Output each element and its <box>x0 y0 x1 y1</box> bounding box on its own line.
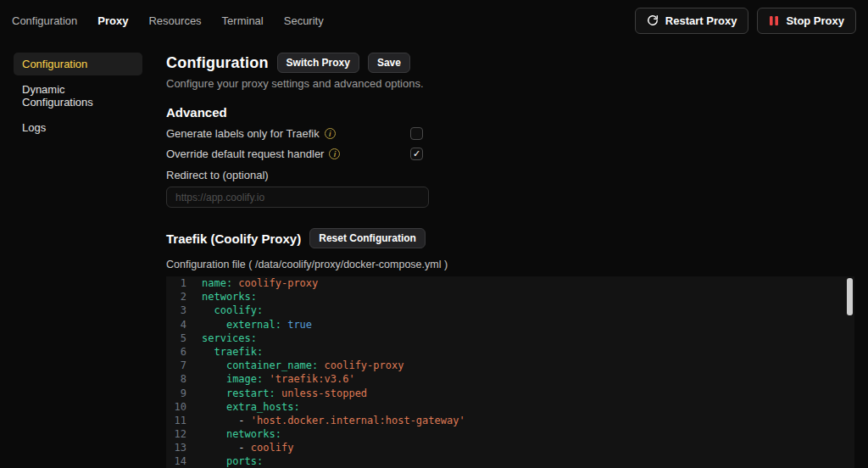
switch-proxy-button[interactable]: Switch Proxy <box>277 53 359 73</box>
setting-row-override-handler: Override default request handler <box>166 148 854 160</box>
code-line[interactable]: 8 image: 'traefik:v3.6' <box>166 372 854 386</box>
config-editor[interactable]: 1name: coolify-proxy2networks:3 coolify:… <box>166 276 854 468</box>
top-nav-terminal[interactable]: Terminal <box>222 14 264 27</box>
coolify-proxy-page: Configuration Proxy Resources Terminal S… <box>0 0 868 468</box>
line-number: 7 <box>166 359 186 372</box>
code-token: external: <box>226 318 281 332</box>
line-number: 2 <box>166 290 186 304</box>
code-token: 'host.docker.internal:host-gateway' <box>251 414 465 427</box>
code-token: networks: <box>202 290 257 304</box>
code-token <box>202 372 226 386</box>
code-token: - <box>202 414 251 427</box>
line-number: 1 <box>166 276 186 290</box>
line-number: 8 <box>166 372 186 386</box>
top-nav: Configuration Proxy Resources Terminal S… <box>0 0 868 41</box>
page-subtitle: Configure your proxy settings and advanc… <box>166 77 854 90</box>
code-line[interactable]: 13 - coolify <box>166 441 854 454</box>
code-token: unless-stopped <box>281 387 367 400</box>
sidebar-item-configuration[interactable]: Configuration <box>14 53 142 75</box>
sidebar-item-logs[interactable]: Logs <box>14 116 142 139</box>
line-number: 10 <box>166 400 186 414</box>
code-line[interactable]: 10 extra_hosts: <box>166 400 854 414</box>
code-token: extra_hosts: <box>226 400 300 414</box>
stop-icon <box>769 15 779 26</box>
restart-proxy-button[interactable]: Restart Proxy <box>635 8 749 34</box>
code-token: coolify: <box>214 304 263 317</box>
code-token: networks: <box>226 427 281 441</box>
code-token <box>202 454 226 468</box>
code-token <box>275 387 281 400</box>
setting-label-generate-labels: Generate labels only for Traefik <box>166 127 410 140</box>
code-lines: 1name: coolify-proxy2networks:3 coolify:… <box>166 276 854 468</box>
top-nav-actions: Restart Proxy Stop Proxy <box>635 8 856 34</box>
code-token <box>202 345 214 359</box>
title-row: Configuration Switch Proxy Save <box>166 53 854 73</box>
line-number: 11 <box>166 414 186 427</box>
editor-scrollbar-thumb[interactable] <box>847 278 853 315</box>
code-token <box>281 318 287 332</box>
code-line[interactable]: 4 external: true <box>166 318 854 332</box>
code-token <box>202 304 214 317</box>
top-nav-configuration[interactable]: Configuration <box>12 14 77 27</box>
code-token: image: <box>226 372 263 386</box>
line-number: 12 <box>166 427 186 441</box>
info-icon[interactable] <box>329 148 340 159</box>
code-line[interactable]: 2networks: <box>166 290 854 304</box>
line-number: 13 <box>166 441 186 454</box>
line-number: 5 <box>166 332 186 345</box>
stop-proxy-label: Stop Proxy <box>786 14 844 27</box>
code-token <box>202 387 226 400</box>
code-token: services: <box>202 332 257 345</box>
code-token: ports: <box>226 454 263 468</box>
save-button[interactable]: Save <box>368 53 410 73</box>
setting-text: Override default request handler <box>166 148 324 160</box>
line-number: 14 <box>166 454 186 468</box>
stop-proxy-button[interactable]: Stop Proxy <box>757 8 856 34</box>
code-token: true <box>287 318 312 332</box>
code-line[interactable]: 9 restart: unless-stopped <box>166 387 854 400</box>
code-line[interactable]: 12 networks: <box>166 427 854 441</box>
top-nav-proxy[interactable]: Proxy <box>97 14 128 27</box>
generate-labels-checkbox[interactable] <box>410 127 423 140</box>
code-line[interactable]: 11 - 'host.docker.internal:host-gateway' <box>166 414 854 427</box>
setting-label-override-handler: Override default request handler <box>166 148 410 160</box>
main-content: Configuration Switch Proxy Save Configur… <box>166 53 854 468</box>
line-number: 6 <box>166 345 186 359</box>
code-token: traefik: <box>214 345 263 359</box>
sidebar-item-dynamic-configurations[interactable]: Dynamic Configurations <box>14 78 142 114</box>
code-token: restart: <box>226 387 275 400</box>
code-token <box>318 359 324 372</box>
redirect-label: Redirect to (optional) <box>166 169 854 181</box>
advanced-heading: Advanced <box>166 105 854 120</box>
code-line[interactable]: 3 coolify: <box>166 304 854 317</box>
sidebar: Configuration Dynamic Configurations Log… <box>14 53 142 139</box>
restart-icon <box>647 14 659 26</box>
code-token: coolify <box>251 441 294 454</box>
code-token: coolify-proxy <box>238 276 318 290</box>
code-token: 'traefik:v3.6' <box>270 372 355 386</box>
info-icon[interactable] <box>325 128 336 139</box>
page-title: Configuration <box>166 54 269 72</box>
reset-configuration-button[interactable]: Reset Configuration <box>309 228 426 248</box>
top-nav-resources[interactable]: Resources <box>148 14 201 27</box>
code-token <box>263 372 269 386</box>
code-token: name: <box>202 276 232 290</box>
setting-text: Generate labels only for Traefik <box>166 127 320 140</box>
traefik-heading: Traefik (Coolify Proxy) <box>166 231 301 246</box>
code-line[interactable]: 1name: coolify-proxy <box>166 276 854 290</box>
code-line[interactable]: 7 container_name: coolify-proxy <box>166 359 854 372</box>
code-line[interactable]: 14 ports: <box>166 454 854 468</box>
code-token: coolify-proxy <box>325 359 404 372</box>
traefik-title-row: Traefik (Coolify Proxy) Reset Configurat… <box>166 228 854 248</box>
code-token <box>202 427 226 441</box>
code-line[interactable]: 5services: <box>166 332 854 345</box>
top-nav-links: Configuration Proxy Resources Terminal S… <box>12 14 324 27</box>
redirect-input[interactable] <box>166 187 429 208</box>
code-token: - <box>202 441 251 454</box>
override-handler-checkbox[interactable] <box>410 148 423 160</box>
code-token <box>202 359 226 372</box>
setting-row-generate-labels: Generate labels only for Traefik <box>166 127 854 140</box>
restart-proxy-label: Restart Proxy <box>665 14 737 27</box>
code-line[interactable]: 6 traefik: <box>166 345 854 359</box>
top-nav-security[interactable]: Security <box>284 14 324 27</box>
